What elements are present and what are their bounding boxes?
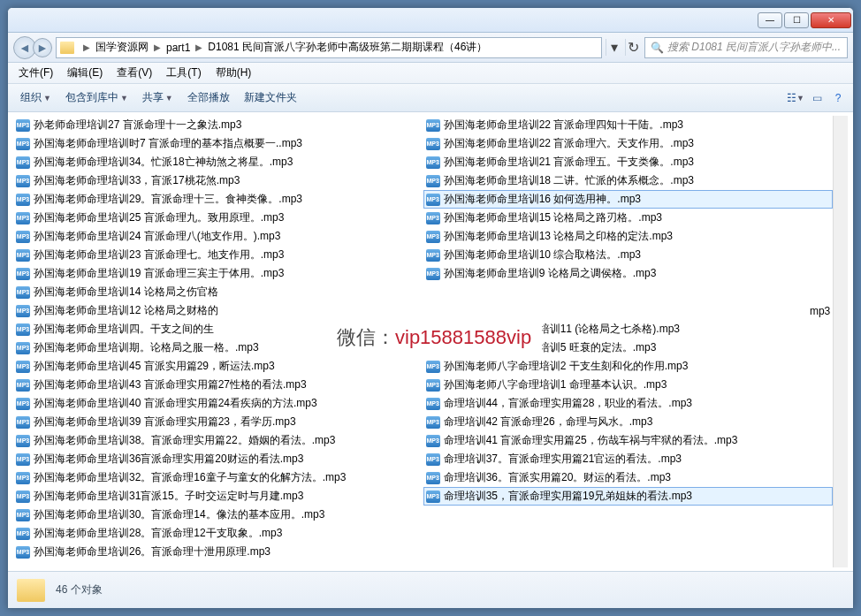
mp3-icon: MP3 [16,305,30,317]
crumb-item[interactable]: D1081 民间盲派八字孙老师中高级班第二期期课程（46讲） [206,40,489,55]
menu-help[interactable]: 帮助(H) [209,64,259,82]
file-item[interactable]: MP3命理培训37。盲派命理实用篇21官运的看法。.mp3 [423,450,834,468]
search-input[interactable]: 🔍 搜索 D1081 民间盲派八字孙老师中... [644,37,848,58]
file-item[interactable]: MP3孙国海老师命里培训14 论格局之伤官格 [13,283,423,301]
file-item[interactable]: MP3孙国海老师命里培训19 盲派命理三宾主于体用。.mp3 [13,264,423,283]
file-item[interactable]: MP3孙国海老师命里培训16 如何选用神。.mp3 [423,190,834,209]
search-placeholder: 搜索 D1081 民间盲派八字孙老师中... [667,40,841,55]
file-item[interactable]: MP3孙国海老师命理培训34。忙派18亡神劫煞之将星。.mp3 [13,153,423,171]
mp3-icon: MP3 [16,231,30,243]
mp3-icon: MP3 [16,175,30,187]
file-name: 命理培训36。盲派实用篇20。财运的看法。.mp3 [444,470,671,485]
help-icon[interactable]: ? [828,88,848,108]
share-button[interactable]: 共享▼ [135,87,180,109]
file-item[interactable]: MP3孙国海老师命里培训25 盲派命理九。致用原理。.mp3 [13,209,423,227]
toolbar: 组织▼ 包含到库中▼ 共享▼ 全部播放 新建文件夹 ☷ ▼ ▭ ? [8,84,853,112]
file-item[interactable]: MP3孙国海老师八字命理培训2 干支生刻和化的作用.mp3 [423,357,834,376]
status-text: 46 个对象 [56,582,103,597]
file-item[interactable]: MP3孙国海老师命里培训38。盲派命理实用篇22。婚姻的看法。.mp3 [13,431,423,450]
chevron-icon[interactable]: ▶ [80,42,94,52]
menu-view[interactable]: 查看(V) [110,64,159,82]
view-options-icon[interactable]: ☷ ▼ [786,88,805,108]
file-item[interactable]: MP3孙国海老师命里培训32。盲派命理16童子与童女的化解方法。.mp3 [13,468,423,487]
file-name: 孙国海老师命理培训29。盲派命理十三。食神类像。.mp3 [34,192,302,207]
file-name: 孙老师命理培训27 盲派命理十一之象法.mp3 [34,118,241,133]
crumb-item[interactable]: 国学资源网 [94,40,150,55]
file-item[interactable]: MP3孙国海老师命里培训9 论格局之调侯格。.mp3 [423,264,834,283]
file-name: 孙国海老师八字命理培训1 命理基本认识。.mp3 [444,377,667,392]
file-item[interactable]: MP3孙国海老师命里培训22 盲派命理四知十干陆。.mp3 [423,116,834,134]
breadcrumb-dropdown[interactable]: ▾ [606,39,621,56]
mp3-icon: MP3 [16,546,30,559]
menu-tools[interactable]: 工具(T) [159,64,208,82]
mp3-icon: MP3 [16,212,30,224]
close-button[interactable]: ✕ [811,12,851,28]
file-item[interactable]: MP3孙国海老师命里培训36盲派命理实用篇20财运的看法.mp3 [13,450,423,468]
file-item[interactable]: MP3命理培训35，盲派命理实用篇19兄弟姐妹的看法.mp3 [423,487,834,506]
forward-button[interactable]: ► [33,38,52,57]
file-item[interactable]: MP3孙国海老师命里培训10 综合取格法。.mp3 [423,246,834,264]
file-item[interactable]: MP3孙国海老师命理培训时7 盲派命理的基本指点概要一..mp3 [13,134,423,153]
menu-file[interactable]: 文件(F) [11,64,60,82]
scrollbar[interactable] [833,116,848,567]
chevron-icon[interactable]: ▶ [192,42,206,52]
file-item[interactable]: MP3孙国海老师命里培训24 盲派命理八(地支作用。).mp3 [13,227,423,246]
file-item[interactable]: MP3孙国海老师命里培训30。盲派命理14。像法的基本应用。.mp3 [13,506,423,524]
file-item[interactable]: MP3孙国海老师命里培训18 二讲。忙派的体系概念。.mp3 [423,171,834,190]
file-item[interactable]: MP3孙国海老师命里培训21 盲派命理五。干支类像。.mp3 [423,153,834,171]
file-item[interactable]: MP3孙国海老师命里培训31盲派15。子时交运定时与月建.mp3 [13,487,423,506]
mp3-icon: MP3 [426,268,440,280]
file-item[interactable]: MP3孙国海老师命理培训29。盲派命理十三。食神类像。.mp3 [13,190,423,209]
chevron-icon[interactable]: ▶ [150,42,164,52]
file-item[interactable]: MP3孙国海老师八字命理培训1 命理基本认识。.mp3 [423,376,834,394]
file-item[interactable]: MP3命理培训44，盲派命理实用篇28，职业的看法。.mp3 [423,394,834,413]
menubar: 文件(F) 编辑(E) 查看(V) 工具(T) 帮助(H) [8,63,853,84]
file-item[interactable]: MP3孙国海老师命理培训33，盲派17桃花煞.mp3 [13,171,423,190]
file-item[interactable]: MP3命理培训42 盲派命理26，命理与风水。.mp3 [423,413,834,431]
file-name: 孙国海老师命里培训25 盲派命理九。致用原理。.mp3 [34,210,284,225]
file-item[interactable]: MP3孙老师命理培训27 盲派命理十一之象法.mp3 [13,116,423,134]
mp3-icon: MP3 [426,472,440,484]
mp3-icon: MP3 [16,138,30,150]
file-item[interactable]: MP3孙国海老师命里培训22 盲派命理六。天支作用。.mp3 [423,134,834,153]
file-name: 孙国海老师命里培训18 二讲。忙派的体系概念。.mp3 [444,173,694,188]
file-name: 命理培训41 盲派命理实用篇25，伤哉车祸与牢狱的看法。.mp3 [444,433,738,448]
file-name: 孙国海老师命里培训32。盲派命理16童子与童女的化解方法。.mp3 [34,470,346,485]
file-item[interactable]: MP3孙国海老师命里培训15 论格局之路刃格。.mp3 [423,209,834,227]
include-button[interactable]: 包含到库中▼ [58,87,135,109]
file-item[interactable]: MP3孙国海老师命里培训39 盲派命理实用篇23，看学历.mp3 [13,413,423,431]
file-item[interactable]: MP3孙国海老师命里培训43 盲派命理实用篇27性格的看法.mp3 [13,376,423,394]
minimize-button[interactable]: — [758,12,782,28]
navbar: ◄ ► ▶ 国学资源网 ▶ part1 ▶ D1081 民间盲派八字孙老师中高级… [8,33,853,63]
organize-button[interactable]: 组织▼ [13,87,58,109]
file-item[interactable]: MP3孙国海老师命里培训26。盲派命理十泄用原理.mp3 [13,543,423,561]
menu-edit[interactable]: 编辑(E) [60,64,110,82]
file-item[interactable]: MP3孙国海老师命里培训23 盲派命理七。地支作用。.mp3 [13,246,423,264]
overlay-value: vip15881588vip [395,326,531,348]
preview-pane-icon[interactable]: ▭ [807,88,827,108]
newfolder-button[interactable]: 新建文件夹 [237,87,304,109]
file-name: 孙国海老师命里培训四。干支之间的生 [34,322,214,337]
crumb-item[interactable]: part1 [164,42,192,54]
playall-button[interactable]: 全部播放 [180,87,237,109]
file-name: 孙国海老师命里培训15 论格局之路刃格。.mp3 [444,210,662,225]
file-item[interactable]: MP3孙国海老师命里培训28。盲派命理12干支取象。.mp3 [13,524,423,543]
maximize-button[interactable]: ☐ [784,12,809,28]
file-name: 孙国海老师命里培训12 论格局之财格的 [34,303,218,318]
file-name: 孙国海老师命里培训10 综合取格法。.mp3 [444,247,641,262]
mp3-icon: MP3 [16,286,30,299]
file-name: 孙国海老师命里培训21 盲派命理五。干支类像。.mp3 [444,155,694,170]
search-icon: 🔍 [651,42,664,54]
refresh-button[interactable]: ↻ [625,39,641,56]
mp3-icon: MP3 [16,249,30,262]
window-controls: — ☐ ✕ [758,12,851,28]
file-item[interactable]: MP3命理培训36。盲派实用篇20。财运的看法。.mp3 [423,468,834,487]
breadcrumb[interactable]: ▶ 国学资源网 ▶ part1 ▶ D1081 民间盲派八字孙老师中高级班第二期… [56,37,602,58]
file-item[interactable]: MP3命理培训41 盲派命理实用篇25，伤哉车祸与牢狱的看法。.mp3 [423,431,834,450]
file-item[interactable] [423,283,834,301]
file-item[interactable]: MP3孙国海老师命里培训13 论格局之印格的定法.mp3 [423,227,834,246]
file-name: 命理培训35，盲派命理实用篇19兄弟姐妹的看法.mp3 [444,489,692,504]
file-item[interactable]: MP3孙国海老师命里培训45 盲派实用篇29，断运法.mp3 [13,357,423,376]
file-item[interactable]: MP3孙国海老师命里培训40 盲派命理实用篇24看疾病的方法.mp3 [13,394,423,413]
file-name: 孙国海老师命里培训36盲派命理实用篇20财运的看法.mp3 [34,452,303,467]
